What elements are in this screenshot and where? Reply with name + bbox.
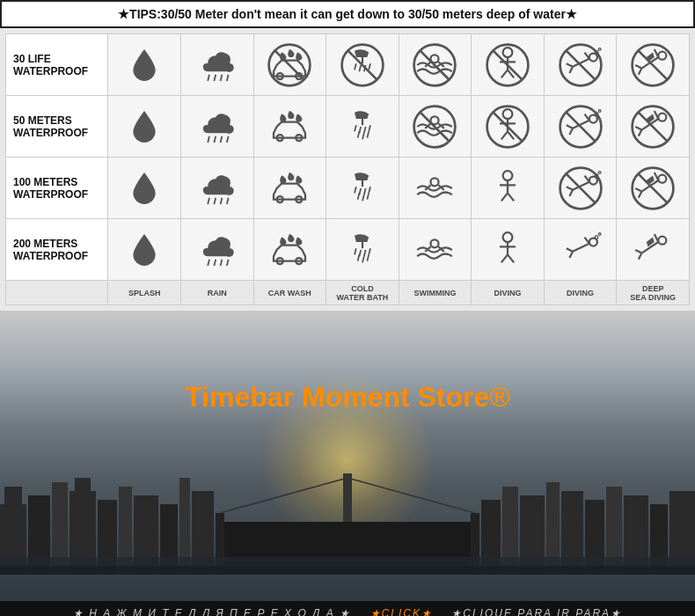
svg-line-2 — [220, 74, 222, 80]
footer-russian: ★ Н А Ж М И Т Е Д Л Я П Е Р Е Х О Д А ★ — [73, 607, 351, 616]
icon-cell-3-1 — [181, 219, 254, 281]
svg-line-92 — [358, 254, 360, 260]
svg-line-31 — [220, 136, 222, 142]
icon-cell-1-2 — [253, 96, 326, 158]
svg-line-64 — [355, 187, 356, 193]
row-label-1: 50 METERS WATERPROOF — [6, 96, 108, 158]
svg-point-96 — [503, 232, 513, 242]
svg-point-46 — [503, 109, 513, 119]
svg-rect-107 — [75, 478, 91, 491]
svg-point-95 — [431, 239, 439, 247]
svg-line-3 — [227, 74, 229, 80]
svg-point-100 — [658, 236, 666, 244]
svg-line-41 — [362, 133, 364, 139]
icon-cell-2-3 — [326, 158, 399, 219]
footer-click: ★CLICK★ — [370, 607, 433, 616]
svg-line-32 — [227, 136, 229, 142]
icon-cell-1-0 — [108, 96, 181, 158]
footer-french: ★CLIQUE PARA IR PARA★ — [451, 607, 622, 616]
svg-line-82 — [214, 259, 216, 265]
svg-line-59 — [220, 197, 222, 203]
icon-cell-1-1 — [181, 96, 254, 158]
svg-line-94 — [367, 254, 369, 260]
svg-line-42 — [367, 131, 369, 137]
icon-cell-1-6 — [544, 96, 617, 158]
icon-cell-0-6 — [544, 34, 617, 96]
svg-point-18 — [503, 48, 513, 57]
column-header-5: DIVING — [472, 281, 545, 305]
svg-line-58 — [214, 197, 216, 203]
svg-line-66 — [364, 188, 366, 194]
top-banner-text: ★TIPS:30/50 Meter don't mean it can get … — [118, 7, 577, 21]
icon-cell-3-3 — [326, 219, 399, 281]
svg-line-60 — [227, 197, 229, 203]
icon-cell-0-2 — [253, 34, 326, 96]
svg-line-40 — [358, 131, 360, 137]
svg-line-68 — [358, 193, 360, 199]
column-header-0: SPLASH — [108, 281, 181, 305]
column-header-7: DEEP SEA DIVING — [617, 281, 690, 305]
icon-cell-3-6 — [544, 219, 617, 281]
svg-line-38 — [364, 127, 366, 133]
svg-point-54 — [658, 113, 666, 121]
icon-cell-2-4 — [399, 158, 472, 219]
icon-cell-2-5 — [472, 158, 545, 219]
svg-point-23 — [598, 48, 601, 50]
icon-cell-1-3 — [326, 96, 399, 158]
row-label-0: 30 LIFE WATERPROOF — [6, 34, 108, 96]
svg-line-1 — [214, 74, 216, 80]
svg-point-26 — [658, 51, 666, 59]
svg-line-39 — [369, 125, 370, 131]
svg-point-78 — [658, 174, 666, 182]
icon-cell-0-0 — [108, 34, 181, 96]
svg-line-84 — [227, 259, 229, 265]
header-empty — [6, 281, 108, 305]
icon-cell-0-3 — [326, 34, 399, 96]
icon-cell-0-5 — [472, 34, 545, 96]
svg-line-69 — [362, 194, 364, 201]
column-header-1: RAIN — [181, 281, 254, 305]
svg-line-48 — [493, 111, 523, 141]
icon-cell-1-7 — [617, 96, 690, 158]
svg-line-81 — [208, 259, 209, 265]
waterproof-table: 30 LIFE WATERPROOF50 METERS WATERPROOF10… — [5, 33, 690, 305]
bottom-banner: Timebar Moment Store® — [0, 311, 695, 601]
icon-cell-0-1 — [181, 34, 254, 96]
top-banner: ★TIPS:30/50 Meter don't mean it can get … — [0, 0, 695, 28]
icon-cell-3-7 — [617, 219, 690, 281]
svg-line-83 — [220, 259, 222, 265]
svg-line-90 — [364, 250, 366, 256]
svg-line-30 — [214, 136, 216, 142]
icon-cell-2-6 — [544, 158, 617, 219]
svg-rect-119 — [343, 473, 352, 522]
svg-line-12 — [369, 63, 370, 70]
svg-line-0 — [208, 74, 209, 80]
icon-cell-3-4 — [399, 219, 472, 281]
svg-line-93 — [362, 256, 364, 262]
svg-point-51 — [598, 109, 601, 112]
svg-line-67 — [369, 187, 370, 193]
icon-cell-3-0 — [108, 219, 181, 281]
icon-cell-1-5 — [472, 96, 545, 158]
footer-banner: ★ Н А Ж М И Т Е Д Л Я П Е Р Е Х О Д А ★ … — [0, 601, 695, 616]
svg-line-36 — [355, 125, 356, 131]
svg-line-20 — [493, 49, 523, 79]
svg-rect-131 — [0, 566, 695, 575]
column-header-2: CAR WASH — [253, 281, 326, 305]
svg-point-72 — [503, 171, 513, 180]
row-label-2: 100 METERS WATERPROOF — [6, 158, 108, 219]
row-label-3: 200 METERS WATERPROOF — [6, 219, 108, 281]
icon-cell-2-1 — [181, 158, 254, 219]
svg-point-98 — [595, 235, 598, 238]
icon-cell-0-4 — [399, 34, 472, 96]
icon-cell-3-5 — [472, 219, 545, 281]
store-name: Timebar Moment Store® — [185, 381, 510, 414]
svg-point-75 — [598, 171, 601, 173]
svg-rect-103 — [4, 487, 22, 504]
svg-line-9 — [355, 63, 356, 70]
icon-cell-0-7 — [617, 34, 690, 96]
svg-line-118 — [348, 478, 475, 513]
icon-cell-2-7 — [617, 158, 690, 219]
svg-point-99 — [598, 232, 601, 235]
svg-line-70 — [367, 193, 369, 199]
